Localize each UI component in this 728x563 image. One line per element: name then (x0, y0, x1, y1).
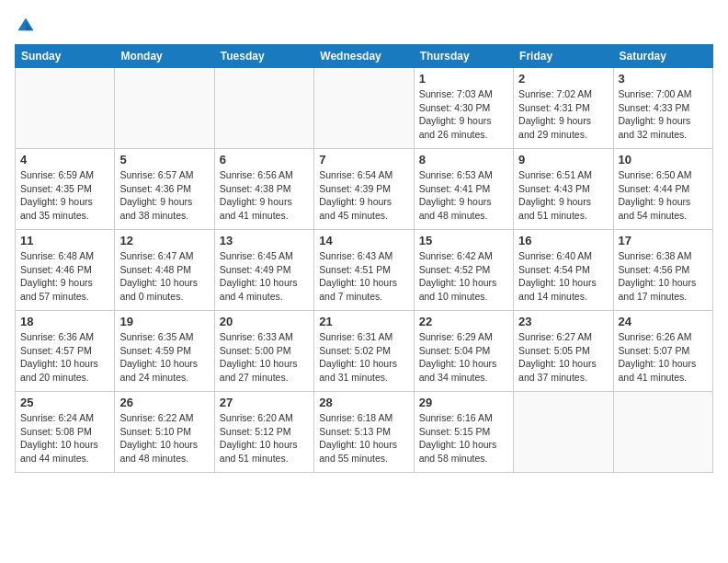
day-info: Sunrise: 7:02 AM Sunset: 4:31 PM Dayligh… (518, 87, 608, 142)
day-number: 27 (220, 396, 309, 409)
day-info: Sunrise: 6:35 AM Sunset: 4:59 PM Dayligh… (119, 330, 209, 385)
day-info: Sunrise: 6:24 AM Sunset: 5:08 PM Dayligh… (20, 411, 109, 465)
calendar-cell: 18Sunrise: 6:36 AM Sunset: 4:57 PM Dayli… (16, 311, 115, 392)
day-info: Sunrise: 6:38 AM Sunset: 4:56 PM Dayligh… (619, 249, 708, 304)
weekday-header: Friday (514, 45, 613, 68)
day-number: 21 (319, 315, 408, 328)
day-number: 18 (20, 315, 109, 328)
day-info: Sunrise: 6:18 AM Sunset: 5:13 PM Dayligh… (319, 411, 408, 465)
day-info: Sunrise: 6:53 AM Sunset: 4:41 PM Dayligh… (419, 168, 508, 223)
calendar-cell (514, 392, 613, 473)
day-number: 19 (119, 315, 209, 328)
calendar-cell: 7Sunrise: 6:54 AM Sunset: 4:39 PM Daylig… (314, 149, 414, 230)
calendar-cell: 25Sunrise: 6:24 AM Sunset: 5:08 PM Dayli… (16, 392, 115, 473)
calendar-header-row: SundayMondayTuesdayWednesdayThursdayFrid… (16, 45, 713, 68)
calendar-cell: 16Sunrise: 6:40 AM Sunset: 4:54 PM Dayli… (514, 230, 613, 311)
day-number: 24 (619, 315, 708, 328)
day-info: Sunrise: 6:40 AM Sunset: 4:54 PM Dayligh… (518, 249, 608, 304)
logo (15, 15, 40, 37)
weekday-header: Saturday (613, 45, 712, 68)
calendar-cell: 12Sunrise: 6:47 AM Sunset: 4:48 PM Dayli… (115, 230, 214, 311)
calendar-cell: 13Sunrise: 6:45 AM Sunset: 4:49 PM Dayli… (214, 230, 313, 311)
day-info: Sunrise: 6:51 AM Sunset: 4:43 PM Dayligh… (518, 168, 608, 223)
day-info: Sunrise: 7:00 AM Sunset: 4:33 PM Dayligh… (619, 87, 708, 142)
calendar-cell: 29Sunrise: 6:16 AM Sunset: 5:15 PM Dayli… (414, 392, 513, 473)
calendar-cell: 24Sunrise: 6:26 AM Sunset: 5:07 PM Dayli… (613, 311, 712, 392)
day-info: Sunrise: 6:22 AM Sunset: 5:10 PM Dayligh… (119, 411, 209, 465)
weekday-header: Tuesday (214, 45, 313, 68)
calendar-cell (314, 68, 414, 149)
calendar-cell (613, 392, 712, 473)
day-number: 26 (119, 396, 209, 409)
day-number: 12 (119, 234, 209, 247)
day-number: 29 (419, 396, 508, 409)
weekday-header: Sunday (16, 45, 115, 68)
day-number: 11 (20, 234, 109, 247)
day-info: Sunrise: 6:48 AM Sunset: 4:46 PM Dayligh… (20, 249, 109, 304)
day-number: 9 (518, 153, 608, 167)
calendar-week-row: 18Sunrise: 6:36 AM Sunset: 4:57 PM Dayli… (16, 311, 713, 392)
day-info: Sunrise: 7:03 AM Sunset: 4:30 PM Dayligh… (419, 87, 508, 142)
page-header (15, 15, 713, 37)
calendar-cell: 28Sunrise: 6:18 AM Sunset: 5:13 PM Dayli… (314, 392, 414, 473)
calendar-cell: 5Sunrise: 6:57 AM Sunset: 4:36 PM Daylig… (115, 149, 214, 230)
day-number: 14 (319, 234, 408, 247)
day-number: 6 (220, 153, 309, 167)
calendar-cell (214, 68, 313, 149)
day-number: 20 (220, 315, 309, 328)
calendar-cell: 11Sunrise: 6:48 AM Sunset: 4:46 PM Dayli… (16, 230, 115, 311)
weekday-header: Thursday (414, 45, 513, 68)
calendar-cell: 20Sunrise: 6:33 AM Sunset: 5:00 PM Dayli… (214, 311, 313, 392)
day-info: Sunrise: 6:33 AM Sunset: 5:00 PM Dayligh… (220, 330, 309, 385)
calendar-cell (115, 68, 214, 149)
day-number: 28 (319, 396, 408, 409)
day-info: Sunrise: 6:20 AM Sunset: 5:12 PM Dayligh… (220, 411, 309, 465)
day-number: 17 (619, 234, 708, 247)
day-number: 2 (518, 72, 608, 86)
calendar-cell: 14Sunrise: 6:43 AM Sunset: 4:51 PM Dayli… (314, 230, 414, 311)
day-info: Sunrise: 6:50 AM Sunset: 4:44 PM Dayligh… (619, 168, 708, 223)
calendar-week-row: 25Sunrise: 6:24 AM Sunset: 5:08 PM Dayli… (16, 392, 713, 473)
day-info: Sunrise: 6:59 AM Sunset: 4:35 PM Dayligh… (20, 168, 109, 223)
day-number: 8 (419, 153, 508, 167)
day-info: Sunrise: 6:47 AM Sunset: 4:48 PM Dayligh… (119, 249, 209, 304)
calendar-cell: 3Sunrise: 7:00 AM Sunset: 4:33 PM Daylig… (613, 68, 712, 149)
day-info: Sunrise: 6:45 AM Sunset: 4:49 PM Dayligh… (220, 249, 309, 304)
logo-icon (15, 15, 37, 37)
calendar-cell: 10Sunrise: 6:50 AM Sunset: 4:44 PM Dayli… (613, 149, 712, 230)
day-info: Sunrise: 6:16 AM Sunset: 5:15 PM Dayligh… (419, 411, 508, 465)
day-number: 1 (419, 72, 508, 86)
day-number: 13 (220, 234, 309, 247)
weekday-header: Wednesday (314, 45, 414, 68)
calendar-cell: 17Sunrise: 6:38 AM Sunset: 4:56 PM Dayli… (613, 230, 712, 311)
day-number: 10 (619, 153, 708, 167)
day-info: Sunrise: 6:31 AM Sunset: 5:02 PM Dayligh… (319, 330, 408, 385)
day-info: Sunrise: 6:43 AM Sunset: 4:51 PM Dayligh… (319, 249, 408, 304)
calendar-week-row: 1Sunrise: 7:03 AM Sunset: 4:30 PM Daylig… (16, 68, 713, 149)
day-number: 25 (20, 396, 109, 409)
day-info: Sunrise: 6:29 AM Sunset: 5:04 PM Dayligh… (419, 330, 508, 385)
calendar-cell: 22Sunrise: 6:29 AM Sunset: 5:04 PM Dayli… (414, 311, 513, 392)
day-number: 7 (319, 153, 408, 167)
weekday-header: Monday (115, 45, 214, 68)
calendar-cell: 6Sunrise: 6:56 AM Sunset: 4:38 PM Daylig… (214, 149, 313, 230)
calendar-cell: 27Sunrise: 6:20 AM Sunset: 5:12 PM Dayli… (214, 392, 313, 473)
calendar-table: SundayMondayTuesdayWednesdayThursdayFrid… (15, 44, 713, 473)
day-number: 5 (119, 153, 209, 167)
day-number: 4 (20, 153, 109, 167)
day-info: Sunrise: 6:54 AM Sunset: 4:39 PM Dayligh… (319, 168, 408, 223)
day-info: Sunrise: 6:36 AM Sunset: 4:57 PM Dayligh… (20, 330, 109, 385)
calendar-week-row: 11Sunrise: 6:48 AM Sunset: 4:46 PM Dayli… (16, 230, 713, 311)
day-info: Sunrise: 6:27 AM Sunset: 5:05 PM Dayligh… (518, 330, 608, 385)
calendar-cell: 15Sunrise: 6:42 AM Sunset: 4:52 PM Dayli… (414, 230, 513, 311)
calendar-cell: 4Sunrise: 6:59 AM Sunset: 4:35 PM Daylig… (16, 149, 115, 230)
calendar-cell: 9Sunrise: 6:51 AM Sunset: 4:43 PM Daylig… (514, 149, 613, 230)
calendar-cell: 1Sunrise: 7:03 AM Sunset: 4:30 PM Daylig… (414, 68, 513, 149)
calendar-cell: 21Sunrise: 6:31 AM Sunset: 5:02 PM Dayli… (314, 311, 414, 392)
day-info: Sunrise: 6:26 AM Sunset: 5:07 PM Dayligh… (619, 330, 708, 385)
day-number: 15 (419, 234, 508, 247)
calendar-cell (16, 68, 115, 149)
day-info: Sunrise: 6:42 AM Sunset: 4:52 PM Dayligh… (419, 249, 508, 304)
calendar-cell: 2Sunrise: 7:02 AM Sunset: 4:31 PM Daylig… (514, 68, 613, 149)
day-number: 22 (419, 315, 508, 328)
